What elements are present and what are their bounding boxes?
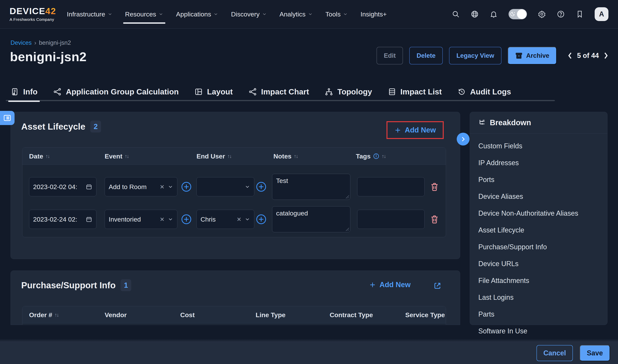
tab-layout[interactable]: Layout bbox=[194, 83, 233, 101]
resize-handle[interactable] bbox=[345, 227, 349, 231]
add-end-user-button[interactable] bbox=[256, 182, 267, 192]
tab-info[interactable]: Info bbox=[11, 83, 38, 101]
search-icon[interactable] bbox=[452, 10, 460, 18]
sort-icon[interactable]: ↑↓ bbox=[54, 312, 59, 318]
page-title: benigni-jsn2 bbox=[10, 49, 87, 64]
legacy-view-button[interactable]: Legacy View bbox=[449, 47, 501, 65]
save-button[interactable]: Save bbox=[580, 345, 610, 361]
breakdown-item[interactable]: Parts bbox=[470, 306, 607, 323]
avatar[interactable]: A bbox=[595, 7, 608, 21]
nav-item[interactable]: Infrastructure bbox=[67, 0, 112, 28]
notes-textarea[interactable]: catalogued bbox=[272, 206, 350, 232]
column-label: Vendor bbox=[105, 311, 127, 319]
plus-circle-icon bbox=[181, 182, 192, 192]
notes-textarea[interactable]: Test bbox=[272, 174, 350, 200]
add-end-user-button[interactable] bbox=[256, 214, 267, 225]
column-label: Contract Type bbox=[330, 311, 373, 319]
delete-row-icon[interactable] bbox=[430, 182, 440, 192]
tab-application-group-calculation[interactable]: Application Group Calculation bbox=[53, 83, 179, 101]
chevron-down-icon bbox=[308, 12, 313, 17]
globe-icon[interactable] bbox=[471, 10, 479, 18]
sort-icon[interactable]: ↑↓ bbox=[46, 153, 50, 159]
breakdown-items: Custom FieldsIP AddressesPortsDevice Ali… bbox=[470, 133, 607, 344]
tab-topology[interactable]: Topology bbox=[325, 83, 372, 101]
breakdown-item[interactable]: Device URLs bbox=[470, 255, 607, 272]
help-icon[interactable] bbox=[557, 10, 565, 18]
column-header: Contract Type ↑↓ bbox=[330, 306, 373, 324]
breakdown-item[interactable]: Last Logins bbox=[470, 289, 607, 306]
dark-mode-toggle[interactable] bbox=[509, 9, 527, 19]
next-record-icon[interactable] bbox=[603, 52, 609, 60]
clear-icon[interactable]: ✕ bbox=[237, 216, 242, 223]
breakdown-collapse-button[interactable] bbox=[457, 133, 470, 145]
add-event-button[interactable] bbox=[181, 214, 192, 225]
breakdown-item[interactable]: Custom Fields bbox=[470, 138, 607, 155]
breakdown-item[interactable]: Purchase/Support Info bbox=[470, 239, 607, 255]
column-header: Notes ↑↓ bbox=[273, 148, 298, 165]
breakdown-header: Breakdown bbox=[470, 112, 607, 133]
add-event-button[interactable] bbox=[181, 182, 192, 192]
add-new-lifecycle-button[interactable]: Add New bbox=[387, 121, 444, 139]
chevron-down-icon bbox=[107, 12, 112, 17]
sort-icon[interactable]: ↑↓ bbox=[294, 153, 298, 159]
breadcrumb-devices-link[interactable]: Devices bbox=[11, 39, 32, 46]
event-value: Add to Room bbox=[109, 183, 160, 191]
nav-item-label: Analytics bbox=[280, 11, 306, 18]
chevron-down-icon[interactable] bbox=[244, 184, 250, 190]
event-select[interactable]: Inventoried ✕ bbox=[105, 210, 177, 229]
add-new-purchase-button[interactable]: Add New bbox=[369, 281, 411, 289]
chevron-down-icon[interactable] bbox=[168, 184, 173, 190]
breakdown-item[interactable]: Device Non-Authoritative Aliases bbox=[470, 205, 607, 222]
delete-row-icon[interactable] bbox=[430, 214, 440, 225]
nav-item[interactable]: Applications bbox=[176, 0, 218, 28]
device42-logo[interactable]: DEVICE42 A Freshworks Company bbox=[10, 6, 56, 22]
breakdown-item[interactable]: Device Aliases bbox=[470, 188, 607, 205]
gear-icon[interactable] bbox=[538, 10, 546, 18]
chevron-down-icon[interactable] bbox=[168, 216, 173, 222]
nav-item[interactable]: Resources bbox=[125, 0, 164, 28]
archive-button[interactable]: Archive bbox=[508, 47, 557, 65]
tree-list-icon bbox=[478, 119, 486, 127]
calendar-icon[interactable] bbox=[85, 183, 93, 190]
nav-item[interactable]: Analytics bbox=[280, 0, 313, 28]
calendar-icon[interactable] bbox=[85, 216, 93, 223]
tab-audit-logs[interactable]: Audit Logs bbox=[457, 83, 511, 101]
delete-button[interactable]: Delete bbox=[409, 47, 443, 65]
list-icon bbox=[3, 114, 12, 122]
end-user-select[interactable]: Chris ✕ bbox=[197, 210, 254, 229]
bookmark-icon[interactable] bbox=[576, 10, 584, 18]
edit-button[interactable]: Edit bbox=[376, 47, 403, 65]
external-link-icon[interactable] bbox=[433, 281, 442, 290]
info-icon[interactable] bbox=[373, 153, 379, 159]
event-select[interactable]: Add to Room ✕ bbox=[105, 177, 177, 196]
clear-icon[interactable]: ✕ bbox=[160, 183, 164, 190]
breakdown-item[interactable]: Software In Use bbox=[470, 323, 607, 339]
chevron-down-icon[interactable] bbox=[244, 216, 250, 222]
tags-input[interactable] bbox=[357, 210, 425, 229]
nav-item[interactable]: Insights+ bbox=[361, 0, 387, 28]
breakdown-item[interactable]: File Attachments bbox=[470, 272, 607, 289]
tab-label: Application Group Calculation bbox=[66, 87, 179, 96]
sort-icon[interactable]: ↑↓ bbox=[227, 153, 231, 159]
tags-input[interactable] bbox=[357, 177, 425, 196]
asset-lifecycle-table: Date ↑↓ Event ↑↓ End User ↑↓ Notes bbox=[22, 147, 446, 237]
tab-impact-chart[interactable]: Impact Chart bbox=[249, 83, 309, 101]
tab-impact-list[interactable]: Impact List bbox=[388, 83, 442, 101]
resize-handle[interactable] bbox=[345, 195, 349, 198]
chevron-right-icon bbox=[460, 136, 466, 142]
date-field[interactable]: 2023-02-24 02: bbox=[29, 210, 96, 229]
cancel-button[interactable]: Cancel bbox=[537, 345, 573, 361]
sort-icon[interactable]: ↑↓ bbox=[382, 153, 386, 159]
section-list-flyout-button[interactable] bbox=[0, 111, 14, 125]
date-field[interactable]: 2023-02-02 04: bbox=[29, 177, 96, 196]
nav-item[interactable]: Discovery bbox=[231, 0, 267, 28]
bell-icon[interactable] bbox=[490, 10, 498, 18]
breakdown-item[interactable]: Ports bbox=[470, 171, 607, 188]
breakdown-item[interactable]: Asset Lifecycle bbox=[470, 222, 607, 239]
breakdown-item[interactable]: IP Addresses bbox=[470, 155, 607, 171]
nav-item[interactable]: Tools bbox=[325, 0, 348, 28]
end-user-select[interactable]: ✕ bbox=[197, 177, 254, 196]
prev-record-icon[interactable] bbox=[567, 52, 573, 60]
sort-icon[interactable]: ↑↓ bbox=[125, 153, 129, 159]
clear-icon[interactable]: ✕ bbox=[160, 216, 164, 223]
